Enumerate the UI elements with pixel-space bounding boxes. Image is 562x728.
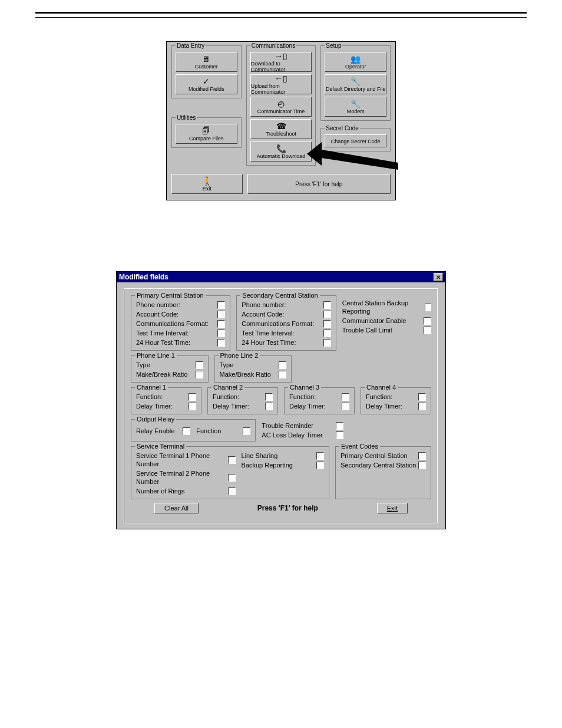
ch2-function-checkbox[interactable] [265, 393, 273, 401]
ch3-delay-checkbox[interactable] [342, 403, 349, 410]
ch4-function-checkbox[interactable] [418, 393, 426, 401]
setup-legend: Setup [325, 42, 342, 49]
auto-download-icon: 📞 [276, 144, 286, 153]
customer-icon: 🖥 [202, 55, 210, 63]
clock-icon: ◴ [277, 100, 285, 108]
compare-files-button[interactable]: 🗐 Compare Files [176, 124, 237, 144]
secondary-interval-checkbox[interactable] [323, 330, 331, 337]
exit-icon: 🚶 [202, 177, 212, 185]
secondary-format-checkbox[interactable] [323, 320, 331, 328]
channel-2-group: Channel 2 Function: Delay Timer: [207, 387, 278, 414]
upload-icon: ←▯ [275, 74, 287, 83]
operator-button[interactable]: 👥 Operator [325, 52, 386, 72]
line1-ratio-checkbox[interactable] [196, 371, 203, 378]
modified-fields-dialog: Modified fields ✕ Primary Central Statio… [116, 271, 446, 529]
phone-line-1-group: Phone Line 1 Type Make/Break Ratio [131, 355, 209, 383]
primary-interval-checkbox[interactable] [217, 330, 225, 337]
communications-legend: Communications [250, 42, 296, 49]
primary-fields: Phone number: Account Code: Communicatio… [136, 301, 225, 347]
automatic-download-button[interactable]: 📞 Automatic Download [250, 141, 312, 162]
exit-button[interactable]: 🚶 Exit [171, 174, 243, 194]
output-relay-group: Output Relay Relay Enable Function [131, 419, 256, 442]
clear-all-button[interactable]: Clear All [154, 503, 199, 513]
trouble-reminder-checkbox[interactable] [336, 422, 343, 430]
primary-account-checkbox[interactable] [217, 311, 225, 318]
dialog-title: Modified fields [119, 273, 168, 281]
utilities-legend: Utilities [176, 114, 197, 121]
secondary-account-checkbox[interactable] [323, 311, 331, 318]
misc-options: Central Station Backup Reporting Communi… [342, 295, 431, 351]
data-entry-group: Data Entry 🖥 Customer ✓ Modified Fields [171, 45, 242, 98]
customer-label: Customer [195, 64, 218, 70]
communicator-time-button[interactable]: ◴ Communicator Time [250, 97, 312, 117]
ac-loss-delay-checkbox[interactable] [336, 431, 343, 439]
check-icon: ✓ [203, 77, 210, 85]
pointer-arrow [304, 133, 404, 180]
wrench-icon: 🔧 [351, 77, 361, 85]
primary-central-station-group: Primary Central Station Phone number: Ac… [131, 295, 230, 351]
secondary-phone-checkbox[interactable] [323, 301, 331, 309]
event-secondary-checkbox[interactable] [418, 462, 426, 469]
phone-line-2-group: Phone Line 2 Type Make/Break Ratio [214, 355, 292, 383]
modified-fields-label: Modified Fields [189, 86, 224, 92]
primary-format-checkbox[interactable] [217, 320, 225, 328]
line1-type-checkbox[interactable] [196, 361, 203, 369]
wrench-icon: 🔧 [351, 100, 361, 108]
modem-button[interactable]: 🔧 Modem [325, 97, 386, 117]
close-button[interactable]: ✕ [434, 273, 443, 281]
utilities-group: Utilities 🗐 Compare Files [171, 117, 242, 148]
upload-from-communicator-button[interactable]: ←▯ Upload from Communicator [250, 74, 312, 94]
customer-button[interactable]: 🖥 Customer [176, 52, 237, 72]
relay-function-checkbox[interactable] [243, 427, 250, 435]
compare-files-label: Compare Files [189, 136, 224, 141]
default-directory-file-button[interactable]: 🔧 Default Directory and File [325, 74, 386, 94]
trouble-call-limit-checkbox[interactable] [424, 327, 431, 334]
primary-phone-checkbox[interactable] [217, 301, 225, 309]
ch2-delay-checkbox[interactable] [265, 403, 273, 410]
channel-3-group: Channel 3 Function: Delay Timer: [284, 387, 355, 414]
svg-marker-0 [307, 142, 398, 170]
dialog-help-hint: Press 'F1' for help [257, 504, 318, 512]
relay-enable-checkbox[interactable] [183, 427, 190, 435]
people-icon: 👥 [351, 55, 361, 63]
line2-type-checkbox[interactable] [279, 361, 286, 369]
ch4-delay-checkbox[interactable] [418, 403, 426, 410]
svc2-phone-checkbox[interactable] [228, 474, 235, 482]
ch1-function-checkbox[interactable] [189, 393, 196, 401]
channel-4-group: Channel 4 Function: Delay Timer: [361, 387, 431, 414]
communicator-enable-checkbox[interactable] [424, 317, 431, 325]
download-icon: →▯ [275, 52, 287, 60]
num-rings-checkbox[interactable] [228, 487, 236, 495]
event-primary-checkbox[interactable] [418, 452, 426, 460]
secondary-24hour-checkbox[interactable] [323, 339, 331, 347]
modified-fields-button[interactable]: ✓ Modified Fields [176, 74, 237, 94]
troubleshoot-button[interactable]: ☎ Troubleshoot [250, 119, 312, 139]
close-icon: ✕ [436, 274, 441, 281]
ch3-function-checkbox[interactable] [342, 393, 349, 401]
line2-ratio-checkbox[interactable] [279, 371, 286, 378]
data-entry-legend: Data Entry [176, 42, 206, 49]
line-sharing-checkbox[interactable] [316, 452, 324, 460]
secret-code-legend: Secret Code [325, 125, 360, 131]
download-to-communicator-button[interactable]: →▯ Download to Communicator [250, 52, 312, 72]
event-codes-group: Event Codes Primary Central Station Seco… [335, 446, 431, 499]
channel-1-group: Channel 1 Function: Delay Timer: [131, 387, 201, 414]
copy-icon: 🗐 [202, 127, 210, 135]
setup-group: Setup 👥 Operator 🔧 Default Directory and… [320, 45, 391, 121]
phone-icon: ☎ [276, 122, 286, 130]
secondary-central-station-group: Secondary Central Station Phone number: … [236, 295, 336, 351]
svc-backup-reporting-checkbox[interactable] [316, 462, 324, 469]
service-terminal-group: Service Terminal Service Terminal 1 Phon… [131, 446, 329, 499]
svc1-phone-checkbox[interactable] [228, 456, 235, 464]
dialog-exit-button[interactable]: Exit [377, 503, 408, 513]
backup-reporting-checkbox[interactable] [425, 304, 431, 311]
titlebar: Modified fields ✕ [117, 272, 445, 282]
primary-24hour-checkbox[interactable] [217, 339, 225, 347]
ch1-delay-checkbox[interactable] [189, 403, 196, 410]
